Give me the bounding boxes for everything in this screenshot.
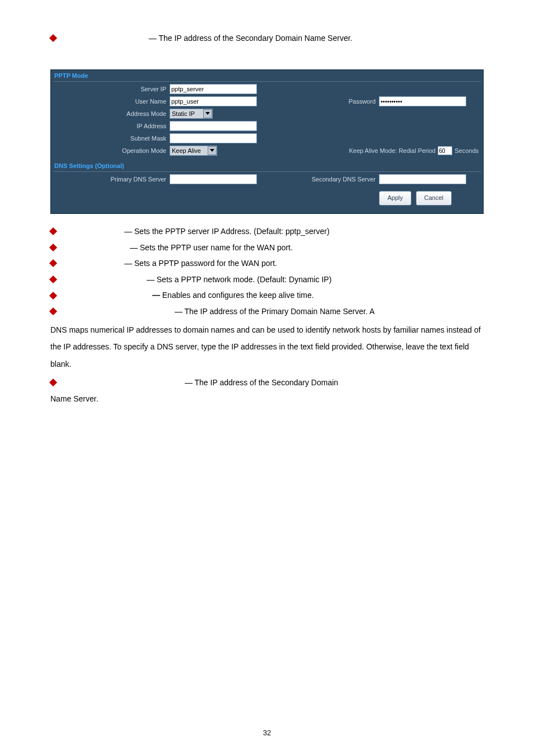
svg-marker-0 bbox=[205, 112, 210, 115]
address-mode-select[interactable]: Static IP bbox=[170, 109, 213, 119]
redial-period-label: Keep Alive Mode: Redial Period bbox=[349, 147, 435, 154]
redial-period-input[interactable] bbox=[438, 146, 452, 155]
user-name-input[interactable] bbox=[170, 96, 257, 106]
server-ip-label: Server IP bbox=[51, 86, 170, 92]
ip-address-input[interactable] bbox=[170, 121, 257, 131]
page-number: 32 bbox=[0, 729, 534, 737]
bullet-4: — Sets a PPTP network mode. (Default: Dy… bbox=[144, 275, 331, 284]
bullet-diamond-icon bbox=[49, 244, 57, 251]
dns-paragraph: DNS maps numerical IP addresses to domai… bbox=[50, 321, 484, 373]
address-mode-value: Static IP bbox=[172, 110, 201, 117]
apply-button[interactable]: Apply bbox=[379, 191, 411, 206]
primary-dns-input[interactable] bbox=[170, 174, 257, 184]
bullet-diamond-icon bbox=[49, 259, 57, 267]
address-mode-label: Address Mode bbox=[51, 110, 170, 117]
secondary-dns-input[interactable] bbox=[379, 174, 466, 184]
bullet-diamond-icon bbox=[49, 34, 57, 42]
secondary-dns-label: Secondary DNS Server bbox=[308, 176, 379, 183]
user-name-label: User Name bbox=[51, 98, 170, 105]
bullet-5-dash: — bbox=[150, 291, 162, 300]
redial-seconds-label: Seconds bbox=[455, 147, 479, 154]
password-label: Password bbox=[314, 98, 379, 105]
operation-mode-value: Keep Alive bbox=[172, 147, 205, 154]
password-input[interactable] bbox=[379, 96, 466, 106]
panel-title: PPTP Mode bbox=[51, 70, 483, 81]
bullet-6: — The IP address of the Primary Domain N… bbox=[172, 307, 374, 316]
subnet-mask-input[interactable] bbox=[170, 133, 257, 143]
subnet-mask-label: Subnet Mask bbox=[51, 135, 170, 142]
dns-section-title: DNS Settings (Optional) bbox=[51, 159, 483, 171]
pptp-config-panel: PPTP Mode Server IP User Name Password A… bbox=[50, 69, 484, 214]
bullet-diamond-icon bbox=[49, 276, 57, 283]
bullet-2: — Sets the PPTP user name for the WAN po… bbox=[128, 243, 293, 252]
cancel-button[interactable]: Cancel bbox=[416, 191, 452, 206]
operation-mode-select[interactable]: Keep Alive bbox=[170, 146, 217, 156]
primary-dns-label: Primary DNS Server bbox=[51, 176, 170, 183]
tail-text: Name Server. bbox=[50, 394, 99, 403]
bullet-3: — Sets a PPTP password for the WAN port. bbox=[122, 259, 277, 268]
operation-mode-label: Operation Mode bbox=[51, 147, 170, 154]
bullet-diamond-icon bbox=[49, 379, 57, 386]
ip-address-label: IP Address bbox=[51, 123, 170, 129]
top-note: — The IP address of the Secondary Domain… bbox=[149, 34, 353, 43]
body-text: — Sets the PPTP server IP Address. (Defa… bbox=[50, 224, 484, 406]
svg-marker-1 bbox=[210, 149, 214, 152]
bullet-7: — The IP address of the Secondary Domain bbox=[182, 378, 338, 387]
bullet-1: — Sets the PPTP server IP Address. (Defa… bbox=[122, 227, 330, 236]
chevron-down-icon bbox=[203, 109, 212, 118]
bullet-5: Enables and configures the keep alive ti… bbox=[162, 291, 314, 300]
server-ip-input[interactable] bbox=[170, 84, 257, 94]
bullet-diamond-icon bbox=[49, 292, 57, 300]
chevron-down-icon bbox=[208, 146, 217, 155]
bullet-diamond-icon bbox=[49, 307, 57, 315]
bullet-diamond-icon bbox=[49, 227, 57, 235]
